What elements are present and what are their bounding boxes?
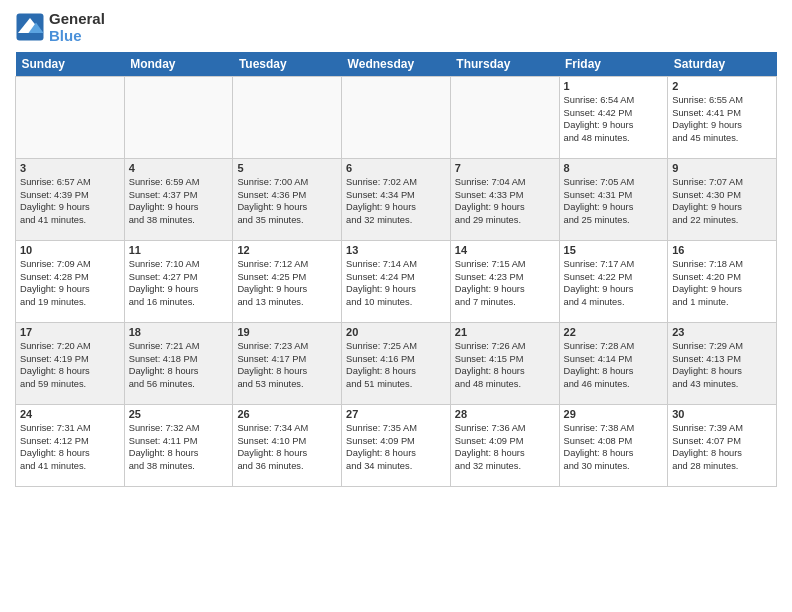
day-number: 22	[564, 326, 664, 338]
day-cell	[450, 77, 559, 159]
day-info: Sunrise: 7:34 AM Sunset: 4:10 PM Dayligh…	[237, 422, 337, 472]
week-row-2: 3Sunrise: 6:57 AM Sunset: 4:39 PM Daylig…	[16, 159, 777, 241]
day-cell: 26Sunrise: 7:34 AM Sunset: 4:10 PM Dayli…	[233, 405, 342, 487]
day-cell: 19Sunrise: 7:23 AM Sunset: 4:17 PM Dayli…	[233, 323, 342, 405]
day-cell: 15Sunrise: 7:17 AM Sunset: 4:22 PM Dayli…	[559, 241, 668, 323]
day-cell: 10Sunrise: 7:09 AM Sunset: 4:28 PM Dayli…	[16, 241, 125, 323]
logo: General Blue	[15, 10, 105, 44]
day-info: Sunrise: 7:07 AM Sunset: 4:30 PM Dayligh…	[672, 176, 772, 226]
day-number: 18	[129, 326, 229, 338]
col-header-tuesday: Tuesday	[233, 52, 342, 77]
day-info: Sunrise: 7:17 AM Sunset: 4:22 PM Dayligh…	[564, 258, 664, 308]
day-number: 5	[237, 162, 337, 174]
day-cell: 7Sunrise: 7:04 AM Sunset: 4:33 PM Daylig…	[450, 159, 559, 241]
day-info: Sunrise: 7:09 AM Sunset: 4:28 PM Dayligh…	[20, 258, 120, 308]
day-cell: 13Sunrise: 7:14 AM Sunset: 4:24 PM Dayli…	[342, 241, 451, 323]
day-info: Sunrise: 7:23 AM Sunset: 4:17 PM Dayligh…	[237, 340, 337, 390]
day-info: Sunrise: 6:55 AM Sunset: 4:41 PM Dayligh…	[672, 94, 772, 144]
day-info: Sunrise: 7:02 AM Sunset: 4:34 PM Dayligh…	[346, 176, 446, 226]
day-info: Sunrise: 6:59 AM Sunset: 4:37 PM Dayligh…	[129, 176, 229, 226]
day-cell: 20Sunrise: 7:25 AM Sunset: 4:16 PM Dayli…	[342, 323, 451, 405]
day-info: Sunrise: 7:36 AM Sunset: 4:09 PM Dayligh…	[455, 422, 555, 472]
day-info: Sunrise: 7:38 AM Sunset: 4:08 PM Dayligh…	[564, 422, 664, 472]
day-info: Sunrise: 7:04 AM Sunset: 4:33 PM Dayligh…	[455, 176, 555, 226]
day-info: Sunrise: 7:28 AM Sunset: 4:14 PM Dayligh…	[564, 340, 664, 390]
day-info: Sunrise: 7:14 AM Sunset: 4:24 PM Dayligh…	[346, 258, 446, 308]
col-header-sunday: Sunday	[16, 52, 125, 77]
day-number: 11	[129, 244, 229, 256]
day-number: 23	[672, 326, 772, 338]
day-info: Sunrise: 7:18 AM Sunset: 4:20 PM Dayligh…	[672, 258, 772, 308]
day-number: 8	[564, 162, 664, 174]
day-info: Sunrise: 7:26 AM Sunset: 4:15 PM Dayligh…	[455, 340, 555, 390]
col-header-wednesday: Wednesday	[342, 52, 451, 77]
day-number: 14	[455, 244, 555, 256]
day-cell	[342, 77, 451, 159]
day-number: 17	[20, 326, 120, 338]
day-cell: 3Sunrise: 6:57 AM Sunset: 4:39 PM Daylig…	[16, 159, 125, 241]
day-cell: 18Sunrise: 7:21 AM Sunset: 4:18 PM Dayli…	[124, 323, 233, 405]
day-info: Sunrise: 6:57 AM Sunset: 4:39 PM Dayligh…	[20, 176, 120, 226]
day-cell: 23Sunrise: 7:29 AM Sunset: 4:13 PM Dayli…	[668, 323, 777, 405]
day-cell: 4Sunrise: 6:59 AM Sunset: 4:37 PM Daylig…	[124, 159, 233, 241]
day-info: Sunrise: 7:20 AM Sunset: 4:19 PM Dayligh…	[20, 340, 120, 390]
day-info: Sunrise: 7:15 AM Sunset: 4:23 PM Dayligh…	[455, 258, 555, 308]
week-row-1: 1Sunrise: 6:54 AM Sunset: 4:42 PM Daylig…	[16, 77, 777, 159]
day-number: 4	[129, 162, 229, 174]
logo-icon	[15, 12, 45, 42]
day-number: 25	[129, 408, 229, 420]
day-cell: 30Sunrise: 7:39 AM Sunset: 4:07 PM Dayli…	[668, 405, 777, 487]
day-number: 24	[20, 408, 120, 420]
day-number: 13	[346, 244, 446, 256]
day-info: Sunrise: 7:29 AM Sunset: 4:13 PM Dayligh…	[672, 340, 772, 390]
day-number: 28	[455, 408, 555, 420]
week-row-5: 24Sunrise: 7:31 AM Sunset: 4:12 PM Dayli…	[16, 405, 777, 487]
day-cell: 25Sunrise: 7:32 AM Sunset: 4:11 PM Dayli…	[124, 405, 233, 487]
day-cell	[233, 77, 342, 159]
col-header-thursday: Thursday	[450, 52, 559, 77]
day-info: Sunrise: 7:05 AM Sunset: 4:31 PM Dayligh…	[564, 176, 664, 226]
day-info: Sunrise: 7:25 AM Sunset: 4:16 PM Dayligh…	[346, 340, 446, 390]
day-info: Sunrise: 7:39 AM Sunset: 4:07 PM Dayligh…	[672, 422, 772, 472]
day-cell: 28Sunrise: 7:36 AM Sunset: 4:09 PM Dayli…	[450, 405, 559, 487]
day-number: 16	[672, 244, 772, 256]
calendar-table: SundayMondayTuesdayWednesdayThursdayFrid…	[15, 52, 777, 487]
day-cell: 17Sunrise: 7:20 AM Sunset: 4:19 PM Dayli…	[16, 323, 125, 405]
day-number: 30	[672, 408, 772, 420]
day-number: 9	[672, 162, 772, 174]
page-header: General Blue	[15, 10, 777, 44]
day-cell: 24Sunrise: 7:31 AM Sunset: 4:12 PM Dayli…	[16, 405, 125, 487]
col-header-monday: Monday	[124, 52, 233, 77]
calendar-body: 1Sunrise: 6:54 AM Sunset: 4:42 PM Daylig…	[16, 77, 777, 487]
day-number: 10	[20, 244, 120, 256]
day-cell: 27Sunrise: 7:35 AM Sunset: 4:09 PM Dayli…	[342, 405, 451, 487]
day-cell: 22Sunrise: 7:28 AM Sunset: 4:14 PM Dayli…	[559, 323, 668, 405]
day-info: Sunrise: 7:21 AM Sunset: 4:18 PM Dayligh…	[129, 340, 229, 390]
day-number: 29	[564, 408, 664, 420]
day-info: Sunrise: 7:12 AM Sunset: 4:25 PM Dayligh…	[237, 258, 337, 308]
day-cell: 12Sunrise: 7:12 AM Sunset: 4:25 PM Dayli…	[233, 241, 342, 323]
day-info: Sunrise: 7:00 AM Sunset: 4:36 PM Dayligh…	[237, 176, 337, 226]
day-number: 6	[346, 162, 446, 174]
day-number: 27	[346, 408, 446, 420]
day-cell: 29Sunrise: 7:38 AM Sunset: 4:08 PM Dayli…	[559, 405, 668, 487]
logo-text: General Blue	[49, 10, 105, 44]
day-cell	[16, 77, 125, 159]
day-cell: 21Sunrise: 7:26 AM Sunset: 4:15 PM Dayli…	[450, 323, 559, 405]
day-cell: 9Sunrise: 7:07 AM Sunset: 4:30 PM Daylig…	[668, 159, 777, 241]
day-number: 3	[20, 162, 120, 174]
week-row-4: 17Sunrise: 7:20 AM Sunset: 4:19 PM Dayli…	[16, 323, 777, 405]
day-info: Sunrise: 7:10 AM Sunset: 4:27 PM Dayligh…	[129, 258, 229, 308]
day-info: Sunrise: 6:54 AM Sunset: 4:42 PM Dayligh…	[564, 94, 664, 144]
page-container: General Blue SundayMondayTuesdayWednesda…	[0, 0, 792, 492]
day-cell	[124, 77, 233, 159]
day-number: 15	[564, 244, 664, 256]
day-number: 2	[672, 80, 772, 92]
day-number: 26	[237, 408, 337, 420]
day-cell: 16Sunrise: 7:18 AM Sunset: 4:20 PM Dayli…	[668, 241, 777, 323]
day-info: Sunrise: 7:32 AM Sunset: 4:11 PM Dayligh…	[129, 422, 229, 472]
day-cell: 5Sunrise: 7:00 AM Sunset: 4:36 PM Daylig…	[233, 159, 342, 241]
day-info: Sunrise: 7:35 AM Sunset: 4:09 PM Dayligh…	[346, 422, 446, 472]
day-number: 20	[346, 326, 446, 338]
day-cell: 1Sunrise: 6:54 AM Sunset: 4:42 PM Daylig…	[559, 77, 668, 159]
